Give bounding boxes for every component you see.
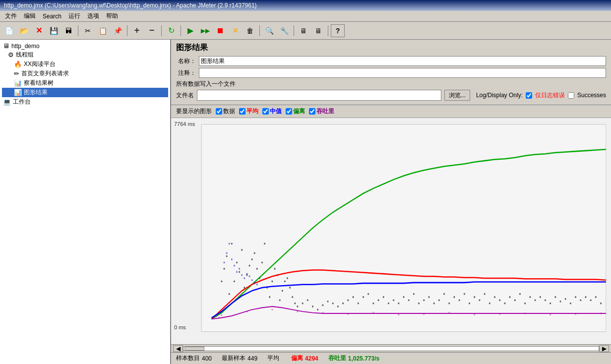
- scroll-left-button[interactable]: ◀: [173, 345, 183, 352]
- svg-point-115: [347, 313, 349, 315]
- menu-search[interactable]: Search: [40, 12, 64, 21]
- svg-point-30: [289, 287, 291, 289]
- svg-point-102: [244, 277, 245, 279]
- left-panel: 🖥 http_demo ⚙ 线程组 🔥 XX阅读平台 ✏ 首页文章列表请求 📊 …: [0, 40, 171, 364]
- svg-point-90: [585, 296, 586, 298]
- deviation-status-value: 4294: [305, 355, 318, 362]
- svg-point-94: [224, 261, 225, 263]
- deviation-status-label: 偏离: [291, 354, 303, 363]
- deviation-checkbox[interactable]: [286, 108, 292, 115]
- svg-point-105: [251, 279, 253, 281]
- add-button[interactable]: +: [130, 24, 144, 37]
- svg-point-108: [216, 315, 217, 317]
- tree-item-first-page[interactable]: ✏ 首页文章列表请求: [2, 69, 168, 78]
- svg-point-84: [554, 296, 556, 298]
- sample-count-value: 400: [202, 355, 212, 362]
- svg-point-5: [226, 255, 228, 257]
- svg-point-98: [234, 265, 235, 267]
- svg-point-74: [504, 303, 505, 304]
- save-as-button[interactable]: 🖬: [61, 24, 75, 37]
- remove-button[interactable]: −: [145, 24, 159, 37]
- comment-input[interactable]: [199, 68, 606, 78]
- menu-edit[interactable]: 编辑: [21, 11, 39, 21]
- name-input[interactable]: [199, 56, 606, 66]
- remote-start-button[interactable]: 🖥: [297, 24, 310, 37]
- main-layout: 🖥 http_demo ⚙ 线程组 🔥 XX阅读平台 ✏ 首页文章列表请求 📊 …: [0, 40, 611, 364]
- svg-point-16: [254, 252, 255, 254]
- tree-item-graph-results[interactable]: 📊 图形结果: [2, 88, 168, 97]
- svg-point-95: [226, 252, 228, 254]
- svg-point-4: [224, 268, 225, 270]
- svg-point-38: [322, 304, 323, 306]
- help-button[interactable]: ?: [331, 24, 345, 37]
- tree-item-xx-reader[interactable]: 🔥 XX阅读平台: [2, 60, 168, 69]
- function-helper-button[interactable]: 🔧: [277, 24, 291, 37]
- stop-button[interactable]: ⏹: [213, 24, 227, 37]
- svg-point-58: [423, 299, 425, 301]
- cut-button[interactable]: ✂: [81, 24, 95, 37]
- throughput-checkbox[interactable]: [309, 108, 315, 115]
- file-name-input[interactable]: [197, 90, 441, 101]
- shutdown-button[interactable]: ✕: [228, 24, 242, 37]
- scroll-right-button[interactable]: ▶: [599, 345, 609, 352]
- errors-only-checkbox[interactable]: [526, 92, 532, 99]
- latest-sample-label: 最新样本: [222, 354, 245, 363]
- menu-run[interactable]: 运行: [65, 11, 83, 21]
- start-no-pause-button[interactable]: ▶▶: [198, 24, 212, 37]
- tree-item-http-demo[interactable]: 🖥 http_demo: [2, 42, 168, 50]
- close-button[interactable]: ✕: [32, 24, 46, 37]
- svg-point-64: [453, 296, 455, 298]
- toolbar-separator-1: [78, 25, 78, 36]
- xx-reader-icon: 🔥: [14, 61, 22, 68]
- menu-help[interactable]: 帮助: [103, 11, 121, 21]
- svg-point-22: [269, 296, 270, 298]
- copy-button[interactable]: 📋: [96, 24, 110, 37]
- svg-point-23: [271, 280, 273, 282]
- svg-point-81: [540, 296, 541, 298]
- successes-only-checkbox[interactable]: [568, 92, 574, 99]
- average-checkbox-item: 平均: [239, 107, 258, 116]
- svg-point-51: [388, 303, 389, 304]
- svg-point-40: [332, 303, 334, 304]
- svg-point-35: [307, 299, 308, 301]
- refresh-button[interactable]: ↻: [164, 24, 178, 37]
- svg-point-24: [274, 268, 275, 270]
- tree-label-view-results: 察看结果树: [24, 79, 54, 87]
- new-button[interactable]: 📄: [2, 24, 16, 37]
- median-checkbox[interactable]: [262, 108, 269, 115]
- remote-stop-button[interactable]: 🖥: [311, 24, 325, 37]
- svg-point-67: [469, 303, 470, 304]
- latest-sample-value: 449: [247, 355, 257, 362]
- svg-point-80: [535, 299, 536, 301]
- cut-icon: ✂: [85, 27, 91, 35]
- title-text: http_demo.jmx (C:\Users\wangfang.wf\Desk…: [4, 2, 257, 9]
- chart-container: 7764 ms: [171, 118, 611, 344]
- toolbar-separator-4: [181, 25, 181, 36]
- clear-button[interactable]: 🗑: [243, 24, 257, 37]
- tree-item-work-station[interactable]: 💻 工作台: [2, 97, 168, 107]
- svg-point-17: [256, 268, 258, 270]
- tree-item-view-results-tree[interactable]: 📊 察看结果树: [2, 78, 168, 88]
- menu-options[interactable]: 选项: [84, 11, 102, 21]
- status-bar: 样本数目 400 最新样本 449 平均 偏离 4294 吞吐里 1,025.7…: [171, 352, 611, 364]
- paste-button[interactable]: 📌: [111, 24, 124, 37]
- toolbar-separator-2: [127, 25, 127, 36]
- browse-button[interactable]: 浏览...: [444, 90, 470, 101]
- svg-point-75: [509, 296, 511, 298]
- scrollbar-track[interactable]: [183, 346, 599, 351]
- menu-file[interactable]: 文件: [2, 11, 20, 21]
- svg-point-112: [271, 308, 273, 310]
- svg-point-6: [229, 293, 230, 295]
- svg-point-104: [248, 275, 250, 277]
- start-button[interactable]: ▶: [183, 24, 197, 37]
- svg-point-46: [363, 296, 364, 298]
- save-button[interactable]: 💾: [47, 24, 61, 37]
- average-checkbox[interactable]: [239, 108, 245, 115]
- svg-point-100: [239, 268, 240, 270]
- data-checkbox[interactable]: [216, 108, 222, 115]
- open-button[interactable]: 📂: [17, 24, 31, 37]
- tree-item-thread-group[interactable]: ⚙ 线程组: [2, 50, 168, 60]
- svg-point-99: [236, 271, 238, 273]
- find-button[interactable]: 🔍: [262, 24, 276, 37]
- scrollbar-thumb[interactable]: [184, 347, 204, 351]
